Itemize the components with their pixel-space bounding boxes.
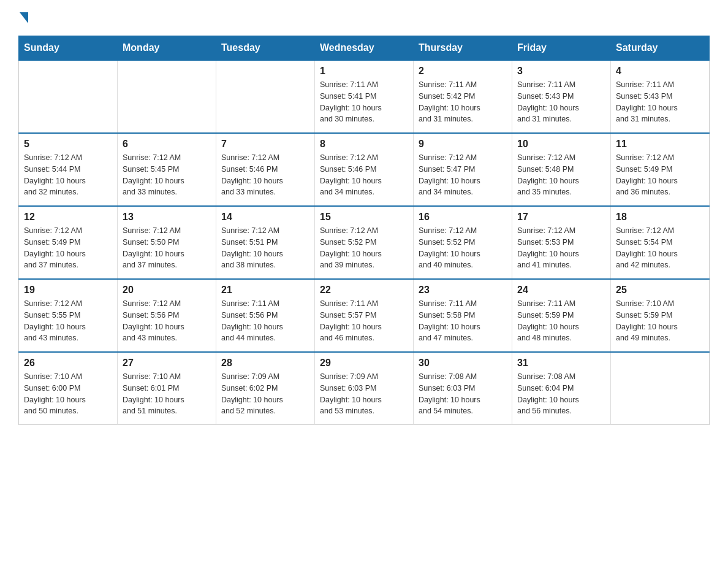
calendar-week-row: 5Sunrise: 7:12 AM Sunset: 5:44 PM Daylig…	[19, 133, 710, 206]
calendar-cell: 15Sunrise: 7:12 AM Sunset: 5:52 PM Dayli…	[315, 206, 414, 279]
day-number: 21	[221, 285, 309, 296]
weekday-header-tuesday: Tuesday	[216, 36, 315, 61]
weekday-header-saturday: Saturday	[611, 36, 710, 61]
day-number: 27	[123, 358, 211, 369]
day-info: Sunrise: 7:11 AM Sunset: 5:42 PM Dayligh…	[419, 79, 507, 125]
calendar-cell: 31Sunrise: 7:08 AM Sunset: 6:04 PM Dayli…	[512, 352, 611, 425]
calendar-cell: 10Sunrise: 7:12 AM Sunset: 5:48 PM Dayli…	[512, 133, 611, 206]
calendar-cell: 6Sunrise: 7:12 AM Sunset: 5:45 PM Daylig…	[118, 133, 216, 206]
day-number: 1	[320, 66, 408, 77]
page-header	[18, 12, 710, 23]
day-number: 18	[616, 212, 704, 223]
calendar-cell: 12Sunrise: 7:12 AM Sunset: 5:49 PM Dayli…	[19, 206, 118, 279]
day-number: 12	[24, 212, 112, 223]
day-info: Sunrise: 7:11 AM Sunset: 5:56 PM Dayligh…	[221, 298, 309, 344]
day-number: 14	[221, 212, 309, 223]
calendar-week-row: 19Sunrise: 7:12 AM Sunset: 5:55 PM Dayli…	[19, 279, 710, 352]
day-info: Sunrise: 7:11 AM Sunset: 5:58 PM Dayligh…	[419, 298, 507, 344]
calendar-cell: 2Sunrise: 7:11 AM Sunset: 5:42 PM Daylig…	[414, 60, 512, 133]
day-number: 26	[24, 358, 112, 369]
day-info: Sunrise: 7:12 AM Sunset: 5:56 PM Dayligh…	[123, 298, 211, 344]
calendar-cell: 25Sunrise: 7:10 AM Sunset: 5:59 PM Dayli…	[611, 279, 710, 352]
day-number: 29	[320, 358, 408, 369]
day-info: Sunrise: 7:12 AM Sunset: 5:52 PM Dayligh…	[320, 225, 408, 271]
calendar-cell	[611, 352, 710, 425]
day-number: 7	[221, 139, 309, 150]
calendar-cell: 13Sunrise: 7:12 AM Sunset: 5:50 PM Dayli…	[118, 206, 216, 279]
day-number: 9	[419, 139, 507, 150]
calendar-cell: 9Sunrise: 7:12 AM Sunset: 5:47 PM Daylig…	[414, 133, 512, 206]
day-info: Sunrise: 7:12 AM Sunset: 5:54 PM Dayligh…	[616, 225, 704, 271]
calendar-cell: 4Sunrise: 7:11 AM Sunset: 5:43 PM Daylig…	[611, 60, 710, 133]
weekday-header-wednesday: Wednesday	[315, 36, 414, 61]
calendar-cell: 19Sunrise: 7:12 AM Sunset: 5:55 PM Dayli…	[19, 279, 118, 352]
day-number: 5	[24, 139, 112, 150]
day-number: 25	[616, 285, 704, 296]
day-info: Sunrise: 7:12 AM Sunset: 5:49 PM Dayligh…	[24, 225, 112, 271]
day-info: Sunrise: 7:09 AM Sunset: 6:02 PM Dayligh…	[221, 371, 309, 417]
day-info: Sunrise: 7:08 AM Sunset: 6:03 PM Dayligh…	[419, 371, 507, 417]
day-number: 20	[123, 285, 211, 296]
day-number: 10	[517, 139, 605, 150]
day-info: Sunrise: 7:12 AM Sunset: 5:46 PM Dayligh…	[221, 152, 309, 198]
calendar-cell: 27Sunrise: 7:10 AM Sunset: 6:01 PM Dayli…	[118, 352, 216, 425]
day-number: 2	[419, 66, 507, 77]
calendar-week-row: 26Sunrise: 7:10 AM Sunset: 6:00 PM Dayli…	[19, 352, 710, 425]
calendar-cell: 23Sunrise: 7:11 AM Sunset: 5:58 PM Dayli…	[414, 279, 512, 352]
calendar-cell: 29Sunrise: 7:09 AM Sunset: 6:03 PM Dayli…	[315, 352, 414, 425]
calendar-cell: 1Sunrise: 7:11 AM Sunset: 5:41 PM Daylig…	[315, 60, 414, 133]
day-info: Sunrise: 7:12 AM Sunset: 5:52 PM Dayligh…	[419, 225, 507, 271]
day-info: Sunrise: 7:12 AM Sunset: 5:45 PM Dayligh…	[123, 152, 211, 198]
day-number: 24	[517, 285, 605, 296]
calendar-cell: 16Sunrise: 7:12 AM Sunset: 5:52 PM Dayli…	[414, 206, 512, 279]
day-number: 13	[123, 212, 211, 223]
calendar-cell: 7Sunrise: 7:12 AM Sunset: 5:46 PM Daylig…	[216, 133, 315, 206]
calendar-table: SundayMondayTuesdayWednesdayThursdayFrid…	[18, 36, 710, 425]
day-info: Sunrise: 7:11 AM Sunset: 5:43 PM Dayligh…	[517, 79, 605, 125]
weekday-header-monday: Monday	[118, 36, 216, 61]
day-info: Sunrise: 7:12 AM Sunset: 5:48 PM Dayligh…	[517, 152, 605, 198]
calendar-cell	[118, 60, 216, 133]
calendar-cell: 8Sunrise: 7:12 AM Sunset: 5:46 PM Daylig…	[315, 133, 414, 206]
day-number: 22	[320, 285, 408, 296]
day-info: Sunrise: 7:10 AM Sunset: 5:59 PM Dayligh…	[616, 298, 704, 344]
calendar-cell: 22Sunrise: 7:11 AM Sunset: 5:57 PM Dayli…	[315, 279, 414, 352]
calendar-cell: 18Sunrise: 7:12 AM Sunset: 5:54 PM Dayli…	[611, 206, 710, 279]
calendar-week-row: 12Sunrise: 7:12 AM Sunset: 5:49 PM Dayli…	[19, 206, 710, 279]
weekday-header-friday: Friday	[512, 36, 611, 61]
weekday-header-thursday: Thursday	[414, 36, 512, 61]
day-info: Sunrise: 7:11 AM Sunset: 5:41 PM Dayligh…	[320, 79, 408, 125]
calendar-cell	[216, 60, 315, 133]
calendar-cell: 20Sunrise: 7:12 AM Sunset: 5:56 PM Dayli…	[118, 279, 216, 352]
calendar-cell	[19, 60, 118, 133]
day-info: Sunrise: 7:09 AM Sunset: 6:03 PM Dayligh…	[320, 371, 408, 417]
day-info: Sunrise: 7:12 AM Sunset: 5:50 PM Dayligh…	[123, 225, 211, 271]
day-info: Sunrise: 7:12 AM Sunset: 5:49 PM Dayligh…	[616, 152, 704, 198]
calendar-cell: 14Sunrise: 7:12 AM Sunset: 5:51 PM Dayli…	[216, 206, 315, 279]
day-number: 19	[24, 285, 112, 296]
day-info: Sunrise: 7:10 AM Sunset: 6:00 PM Dayligh…	[24, 371, 112, 417]
day-number: 11	[616, 139, 704, 150]
day-number: 4	[616, 66, 704, 77]
day-number: 30	[419, 358, 507, 369]
day-info: Sunrise: 7:11 AM Sunset: 5:43 PM Dayligh…	[616, 79, 704, 125]
day-info: Sunrise: 7:12 AM Sunset: 5:46 PM Dayligh…	[320, 152, 408, 198]
logo	[18, 12, 29, 23]
calendar-cell: 21Sunrise: 7:11 AM Sunset: 5:56 PM Dayli…	[216, 279, 315, 352]
calendar-cell: 30Sunrise: 7:08 AM Sunset: 6:03 PM Dayli…	[414, 352, 512, 425]
day-number: 15	[320, 212, 408, 223]
day-number: 8	[320, 139, 408, 150]
day-number: 28	[221, 358, 309, 369]
day-info: Sunrise: 7:11 AM Sunset: 5:57 PM Dayligh…	[320, 298, 408, 344]
day-number: 31	[517, 358, 605, 369]
calendar-cell: 5Sunrise: 7:12 AM Sunset: 5:44 PM Daylig…	[19, 133, 118, 206]
calendar-cell: 17Sunrise: 7:12 AM Sunset: 5:53 PM Dayli…	[512, 206, 611, 279]
day-info: Sunrise: 7:11 AM Sunset: 5:59 PM Dayligh…	[517, 298, 605, 344]
calendar-cell: 11Sunrise: 7:12 AM Sunset: 5:49 PM Dayli…	[611, 133, 710, 206]
day-info: Sunrise: 7:12 AM Sunset: 5:51 PM Dayligh…	[221, 225, 309, 271]
day-info: Sunrise: 7:12 AM Sunset: 5:44 PM Dayligh…	[24, 152, 112, 198]
calendar-cell: 24Sunrise: 7:11 AM Sunset: 5:59 PM Dayli…	[512, 279, 611, 352]
day-number: 6	[123, 139, 211, 150]
day-number: 16	[419, 212, 507, 223]
day-info: Sunrise: 7:12 AM Sunset: 5:47 PM Dayligh…	[419, 152, 507, 198]
